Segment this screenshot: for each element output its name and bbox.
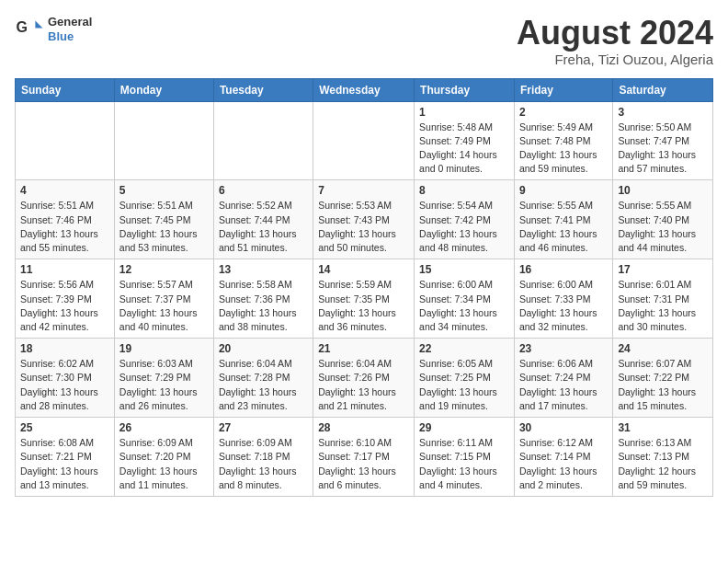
day-info: Sunrise: 6:01 AMSunset: 7:31 PMDaylight:…	[618, 278, 708, 334]
day-number: 31	[618, 421, 708, 434]
day-info: Sunrise: 5:53 AMSunset: 7:43 PMDaylight:…	[318, 199, 409, 255]
day-number: 25	[20, 421, 109, 434]
calendar-cell: 24Sunrise: 6:07 AMSunset: 7:22 PMDayligh…	[613, 339, 713, 418]
day-number: 24	[618, 342, 708, 355]
calendar-cell: 10Sunrise: 5:55 AMSunset: 7:40 PMDayligh…	[613, 180, 713, 259]
day-number: 1	[419, 106, 509, 119]
day-info: Sunrise: 6:08 AMSunset: 7:21 PMDaylight:…	[20, 436, 109, 492]
day-number: 5	[119, 184, 209, 197]
day-info: Sunrise: 5:49 AMSunset: 7:48 PMDaylight:…	[519, 121, 608, 177]
day-info: Sunrise: 6:00 AMSunset: 7:34 PMDaylight:…	[419, 278, 509, 334]
day-info: Sunrise: 6:04 AMSunset: 7:28 PMDaylight:…	[219, 357, 308, 413]
calendar-cell: 27Sunrise: 6:09 AMSunset: 7:18 PMDayligh…	[213, 418, 313, 497]
day-info: Sunrise: 5:51 AMSunset: 7:46 PMDaylight:…	[20, 199, 109, 255]
day-info: Sunrise: 5:57 AMSunset: 7:37 PMDaylight:…	[119, 278, 209, 334]
day-info: Sunrise: 6:09 AMSunset: 7:20 PMDaylight:…	[119, 436, 209, 492]
day-info: Sunrise: 6:05 AMSunset: 7:25 PMDaylight:…	[419, 357, 509, 413]
day-number: 4	[20, 184, 109, 197]
day-number: 8	[419, 184, 509, 197]
day-number: 21	[318, 342, 409, 355]
day-number: 18	[20, 342, 109, 355]
day-info: Sunrise: 6:12 AMSunset: 7:14 PMDaylight:…	[519, 436, 608, 492]
day-info: Sunrise: 6:11 AMSunset: 7:15 PMDaylight:…	[419, 436, 509, 492]
column-header-thursday: Thursday	[415, 78, 515, 101]
calendar-cell: 17Sunrise: 6:01 AMSunset: 7:31 PMDayligh…	[613, 259, 713, 339]
day-info: Sunrise: 6:06 AMSunset: 7:24 PMDaylight:…	[519, 357, 608, 413]
column-header-friday: Friday	[514, 78, 612, 101]
day-number: 27	[219, 421, 308, 434]
calendar-cell: 6Sunrise: 5:52 AMSunset: 7:44 PMDaylight…	[213, 180, 313, 259]
calendar-cell: 11Sunrise: 5:56 AMSunset: 7:39 PMDayligh…	[16, 259, 115, 339]
calendar-cell	[16, 101, 115, 180]
logo-line2: Blue	[48, 29, 92, 44]
day-info: Sunrise: 6:00 AMSunset: 7:33 PMDaylight:…	[519, 278, 608, 334]
calendar-week-5: 25Sunrise: 6:08 AMSunset: 7:21 PMDayligh…	[16, 418, 713, 497]
day-info: Sunrise: 5:48 AMSunset: 7:49 PMDaylight:…	[419, 121, 509, 177]
calendar-cell: 20Sunrise: 6:04 AMSunset: 7:28 PMDayligh…	[213, 339, 313, 418]
calendar-cell: 13Sunrise: 5:58 AMSunset: 7:36 PMDayligh…	[213, 259, 313, 339]
calendar-cell: 21Sunrise: 6:04 AMSunset: 7:26 PMDayligh…	[313, 339, 415, 418]
calendar-cell: 5Sunrise: 5:51 AMSunset: 7:45 PMDaylight…	[114, 180, 213, 259]
page-header: G General Blue August 2024 Freha, Tizi O…	[15, 15, 713, 67]
column-header-monday: Monday	[114, 78, 213, 101]
calendar-week-2: 4Sunrise: 5:51 AMSunset: 7:46 PMDaylight…	[16, 180, 713, 259]
logo-line1: General	[48, 15, 92, 29]
day-info: Sunrise: 6:10 AMSunset: 7:17 PMDaylight:…	[318, 436, 409, 492]
calendar-week-4: 18Sunrise: 6:02 AMSunset: 7:30 PMDayligh…	[16, 339, 713, 418]
logo-text: General Blue	[48, 15, 92, 43]
day-number: 20	[219, 342, 308, 355]
calendar-table: SundayMondayTuesdayWednesdayThursdayFrid…	[15, 78, 713, 497]
calendar-week-1: 1Sunrise: 5:48 AMSunset: 7:49 PMDaylight…	[16, 101, 713, 180]
day-info: Sunrise: 6:03 AMSunset: 7:29 PMDaylight:…	[119, 357, 209, 413]
day-number: 16	[519, 263, 608, 276]
day-info: Sunrise: 5:55 AMSunset: 7:40 PMDaylight:…	[618, 199, 708, 255]
calendar-cell: 15Sunrise: 6:00 AMSunset: 7:34 PMDayligh…	[415, 259, 515, 339]
calendar-cell: 16Sunrise: 6:00 AMSunset: 7:33 PMDayligh…	[514, 259, 612, 339]
month-year-title: August 2024	[517, 15, 713, 52]
location-title: Freha, Tizi Ouzou, Algeria	[517, 52, 713, 67]
calendar-cell	[313, 101, 415, 180]
day-info: Sunrise: 5:56 AMSunset: 7:39 PMDaylight:…	[20, 278, 109, 334]
calendar-cell	[213, 101, 313, 180]
day-number: 6	[219, 184, 308, 197]
day-number: 2	[519, 106, 608, 119]
column-header-tuesday: Tuesday	[213, 78, 313, 101]
calendar-cell: 12Sunrise: 5:57 AMSunset: 7:37 PMDayligh…	[114, 259, 213, 339]
day-info: Sunrise: 5:58 AMSunset: 7:36 PMDaylight:…	[219, 278, 308, 334]
calendar-cell: 3Sunrise: 5:50 AMSunset: 7:47 PMDaylight…	[613, 101, 713, 180]
day-number: 7	[318, 184, 409, 197]
logo-icon: G	[15, 15, 44, 44]
calendar-cell: 29Sunrise: 6:11 AMSunset: 7:15 PMDayligh…	[415, 418, 515, 497]
calendar-cell: 19Sunrise: 6:03 AMSunset: 7:29 PMDayligh…	[114, 339, 213, 418]
day-info: Sunrise: 5:52 AMSunset: 7:44 PMDaylight:…	[219, 199, 308, 255]
title-block: August 2024 Freha, Tizi Ouzou, Algeria	[517, 15, 713, 67]
svg-marker-1	[35, 20, 42, 28]
calendar-cell: 22Sunrise: 6:05 AMSunset: 7:25 PMDayligh…	[415, 339, 515, 418]
calendar-cell: 18Sunrise: 6:02 AMSunset: 7:30 PMDayligh…	[16, 339, 115, 418]
column-header-wednesday: Wednesday	[313, 78, 415, 101]
day-number: 10	[618, 184, 708, 197]
day-number: 12	[119, 263, 209, 276]
column-header-saturday: Saturday	[613, 78, 713, 101]
day-info: Sunrise: 6:02 AMSunset: 7:30 PMDaylight:…	[20, 357, 109, 413]
logo: G General Blue	[15, 15, 92, 44]
day-info: Sunrise: 5:51 AMSunset: 7:45 PMDaylight:…	[119, 199, 209, 255]
column-header-sunday: Sunday	[16, 78, 115, 101]
day-number: 22	[419, 342, 509, 355]
day-number: 29	[419, 421, 509, 434]
day-number: 9	[519, 184, 608, 197]
calendar-cell: 31Sunrise: 6:13 AMSunset: 7:13 PMDayligh…	[613, 418, 713, 497]
day-number: 30	[519, 421, 608, 434]
day-info: Sunrise: 6:09 AMSunset: 7:18 PMDaylight:…	[219, 436, 308, 492]
svg-text:G: G	[17, 19, 28, 35]
calendar-cell: 1Sunrise: 5:48 AMSunset: 7:49 PMDaylight…	[415, 101, 515, 180]
calendar-cell: 23Sunrise: 6:06 AMSunset: 7:24 PMDayligh…	[514, 339, 612, 418]
calendar-cell: 4Sunrise: 5:51 AMSunset: 7:46 PMDaylight…	[16, 180, 115, 259]
day-number: 23	[519, 342, 608, 355]
day-info: Sunrise: 6:04 AMSunset: 7:26 PMDaylight:…	[318, 357, 409, 413]
calendar-cell: 30Sunrise: 6:12 AMSunset: 7:14 PMDayligh…	[514, 418, 612, 497]
day-info: Sunrise: 5:59 AMSunset: 7:35 PMDaylight:…	[318, 278, 409, 334]
calendar-week-3: 11Sunrise: 5:56 AMSunset: 7:39 PMDayligh…	[16, 259, 713, 339]
day-number: 17	[618, 263, 708, 276]
day-number: 11	[20, 263, 109, 276]
